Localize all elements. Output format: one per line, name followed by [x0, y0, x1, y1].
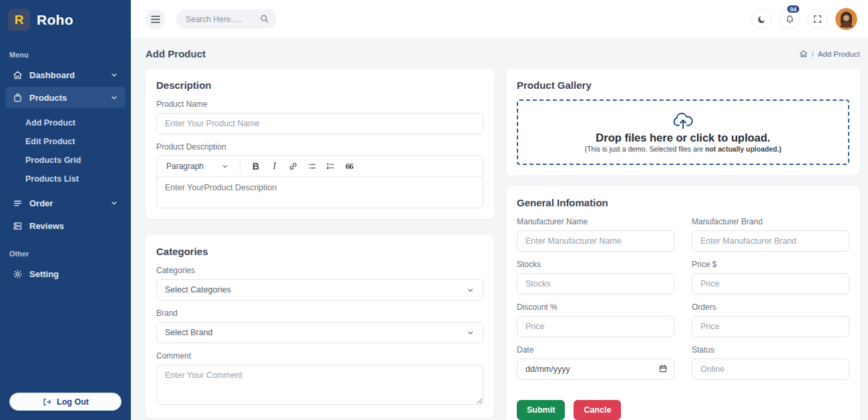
brand-logo-icon: R — [8, 9, 30, 31]
link-button[interactable] — [284, 158, 302, 174]
price-input[interactable] — [692, 273, 849, 294]
product-description-group: Product Description Paragraph B I — [156, 142, 483, 208]
manufacturer-brand-label: Manufacturer Brand — [692, 217, 849, 226]
general-information-card: General Infomation Manufacturer Name Man… — [506, 186, 860, 420]
search-bar — [176, 9, 276, 29]
home-icon — [12, 69, 23, 80]
form-actions: Submit Cancle — [517, 400, 849, 420]
categories-card: Categories Categories Select Categories … — [146, 235, 494, 418]
orders-input[interactable] — [692, 316, 849, 337]
italic-button[interactable]: I — [266, 158, 283, 174]
card-title: Categories — [156, 246, 483, 257]
sidebar: R Roho Menu Dashboard Products Add Produ… — [0, 0, 131, 420]
server-icon — [12, 220, 23, 231]
chevron-down-icon — [110, 93, 119, 102]
sidebar-subitem-add-product[interactable]: Add Product — [0, 114, 131, 132]
sidebar-item-label: Dashboard — [29, 70, 103, 80]
description-card: Description Product Name Product Descrip… — [146, 69, 494, 219]
brand-group: Brand Select Brand — [156, 308, 483, 343]
breadcrumb: / Add Product — [799, 49, 861, 58]
discount-label: Discount % — [517, 302, 674, 312]
products-submenu: Add Product Edit Product Products Grid P… — [0, 110, 131, 191]
sidebar-item-label: Products — [29, 93, 103, 103]
brand-select[interactable]: Select Brand — [156, 322, 483, 343]
stocks-group: Stocks — [517, 260, 674, 294]
status-input[interactable] — [692, 359, 849, 380]
price-group: Price $ — [692, 260, 849, 294]
manufacturer-name-group: Manufacturer Name — [517, 217, 674, 252]
numbered-list-button[interactable] — [322, 158, 339, 174]
manufacturer-brand-group: Manufacturer Brand — [692, 217, 849, 252]
chevron-down-icon — [110, 70, 119, 79]
file-dropzone[interactable]: Drop files here or click to upload. (Thi… — [517, 99, 849, 165]
orders-label: Orders — [692, 302, 849, 312]
chevron-down-icon — [466, 329, 475, 337]
breadcrumb-current: Add Product — [818, 50, 860, 58]
sidebar-subitem-products-grid[interactable]: Products Grid — [0, 151, 131, 170]
submit-button[interactable]: Submit — [517, 400, 565, 420]
sidebar-item-dashboard[interactable]: Dashboard — [5, 64, 126, 85]
bag-icon — [12, 92, 23, 103]
chevron-down-icon — [110, 198, 119, 208]
right-column: Product Gallery Drop files here or click… — [506, 69, 860, 420]
product-name-label: Product Name — [156, 99, 483, 109]
product-gallery-card: Product Gallery Drop files here or click… — [506, 69, 860, 176]
main-content: Add Product / Add Product Description Pr… — [131, 39, 868, 420]
dropzone-note: (This is just a demo. Selected files are… — [585, 145, 782, 153]
orders-group: Orders — [692, 302, 849, 337]
rte-toolbar: Paragraph B I — [157, 156, 483, 177]
date-input[interactable] — [517, 359, 674, 380]
sidebar-item-reviews[interactable]: Reviews — [5, 215, 126, 236]
numbered-list-icon — [326, 162, 335, 171]
chevron-down-icon — [221, 162, 229, 170]
blockquote-button[interactable]: 66 — [341, 158, 358, 174]
brand-logo[interactable]: R Roho — [0, 0, 131, 39]
manufacturer-brand-input[interactable] — [692, 230, 849, 252]
brand-select-value: Select Brand — [165, 328, 213, 337]
search-icon — [260, 14, 269, 23]
comment-input[interactable] — [156, 365, 483, 405]
sidebar-subitem-products-list[interactable]: Products List — [0, 170, 131, 188]
discount-input[interactable] — [517, 316, 674, 337]
sidebar-item-order[interactable]: Order — [5, 192, 126, 214]
user-avatar[interactable] — [835, 8, 857, 30]
price-label: Price $ — [692, 260, 849, 269]
product-name-group: Product Name — [156, 99, 483, 134]
topbar-actions: 04 — [751, 8, 857, 30]
notification-count-badge: 04 — [786, 4, 801, 14]
dropzone-note-text: (This is just a demo. Selected files are — [585, 145, 705, 153]
general-fields-grid: Manufacturer Name Manufacturer Brand Sto… — [517, 217, 849, 388]
bullet-list-icon — [307, 162, 316, 171]
brand-letter: R — [15, 13, 24, 27]
cancel-button[interactable]: Cancle — [574, 400, 621, 420]
bullet-list-button[interactable] — [303, 158, 320, 174]
notifications-button[interactable]: 04 — [779, 9, 800, 29]
topbar: 04 — [131, 0, 868, 39]
sidebar-item-setting[interactable]: Setting — [5, 263, 126, 284]
breadcrumb-separator: / — [812, 50, 814, 58]
logout-label: Log Out — [57, 397, 89, 407]
hamburger-menu-button[interactable] — [146, 9, 166, 29]
sidebar-subitem-edit-product[interactable]: Edit Product — [0, 132, 131, 151]
dark-mode-toggle-button[interactable] — [751, 9, 772, 29]
logout-button[interactable]: Log Out — [9, 393, 122, 411]
product-description-input[interactable] — [157, 177, 483, 208]
categories-select[interactable]: Select Categories — [156, 279, 483, 300]
manufacturer-name-input[interactable] — [517, 230, 674, 252]
paragraph-style-dropdown[interactable]: Paragraph — [162, 162, 233, 171]
product-name-input[interactable] — [156, 113, 483, 134]
fullscreen-button[interactable] — [807, 9, 828, 29]
status-label: Status — [692, 345, 849, 355]
moon-icon — [757, 15, 767, 24]
home-icon[interactable] — [799, 49, 808, 58]
gear-icon — [12, 268, 23, 279]
sidebar-item-label: Order — [29, 198, 103, 208]
bold-button[interactable]: B — [247, 158, 264, 174]
toolbar-divider — [240, 160, 240, 172]
date-input-wrap — [517, 359, 674, 380]
stocks-input[interactable] — [517, 273, 674, 294]
sidebar-item-products[interactable]: Products — [5, 87, 126, 108]
rich-text-editor: Paragraph B I — [156, 156, 483, 208]
dropzone-title: Drop files here or click to upload. — [596, 132, 770, 144]
sidebar-item-label: Setting — [29, 269, 119, 279]
